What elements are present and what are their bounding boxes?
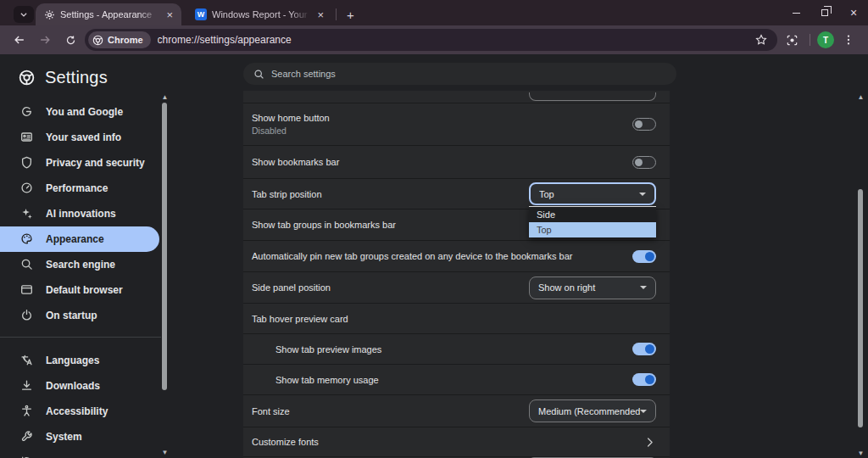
- scroll-up-icon[interactable]: ▲: [857, 93, 865, 101]
- sidebar-item-system[interactable]: System: [0, 424, 159, 450]
- row-clipped: [243, 91, 670, 103]
- tab-windows-report[interactable]: W Windows Report - Your go-to s ×: [186, 3, 332, 25]
- sidebar-item-accessibility[interactable]: Accessibility: [0, 399, 159, 424]
- content-scrollbar[interactable]: ▲ ▼: [857, 54, 865, 458]
- minimize-button[interactable]: [782, 0, 810, 25]
- titlebar: Settings - Appearance × W Windows Report…: [0, 0, 868, 25]
- sidebar-item-you-and-google[interactable]: You and Google: [0, 99, 159, 125]
- sidebar-item-label: Downloads: [46, 380, 100, 392]
- chrome-logo-icon: [92, 35, 103, 46]
- reload-button[interactable]: [59, 29, 81, 51]
- browser-toolbar: Chrome chrome://settings/appearance T: [0, 25, 868, 54]
- toggle-show-tab-preview-images[interactable]: [632, 343, 656, 355]
- chevron-down-icon: [19, 10, 28, 19]
- scrollbar-thumb[interactable]: [858, 189, 863, 427]
- scroll-up-icon[interactable]: ▲: [161, 93, 169, 101]
- row-font-size: Font sizeMedium (Recommended): [243, 394, 670, 427]
- select-value: Show on right: [538, 282, 640, 293]
- sidebar-item-your-saved-info[interactable]: Your saved info: [0, 125, 159, 150]
- close-icon: ×: [850, 7, 857, 19]
- settings-page: Settings You and GoogleYour saved infoPr…: [0, 54, 868, 458]
- restore-button[interactable]: [810, 0, 839, 25]
- sidebar-item-ai-innovations[interactable]: AI innovations: [0, 201, 159, 226]
- toggle-show-tab-memory-usage[interactable]: [632, 373, 656, 386]
- row-label: Show tab memory usage: [275, 375, 624, 385]
- sidebar-header: Settings: [0, 54, 161, 99]
- bookmark-button[interactable]: [754, 29, 769, 51]
- sidebar-item-on-startup[interactable]: On startup: [0, 303, 159, 328]
- sidebar-item-label: Appearance: [46, 233, 104, 245]
- scroll-down-icon[interactable]: ▼: [857, 450, 865, 457]
- toggle-show-home-button[interactable]: [632, 118, 656, 131]
- site-chip[interactable]: Chrome: [88, 31, 151, 48]
- sidebar-item-default-browser[interactable]: Default browser: [0, 277, 159, 303]
- sidebar-item-privacy-and-security[interactable]: Privacy and security: [0, 150, 159, 176]
- sidebar-item-label: System: [46, 431, 82, 443]
- page-title: Settings: [45, 68, 108, 87]
- lens-button[interactable]: [781, 29, 803, 51]
- caret-down-icon: [639, 193, 646, 196]
- row-label: Customize fonts: [252, 437, 635, 447]
- settings-sidebar: Settings You and GoogleYour saved infoPr…: [0, 54, 161, 458]
- tab-close-icon[interactable]: ×: [315, 9, 326, 20]
- scroll-down-icon[interactable]: ▼: [161, 449, 169, 456]
- new-tab-button[interactable]: +: [342, 8, 359, 22]
- browser-menu-button[interactable]: [837, 29, 860, 51]
- row-label: Tab hover preview card: [252, 314, 648, 324]
- row-show-tab-memory-usage: Show tab memory usage: [243, 364, 670, 394]
- dropdown-option-top[interactable]: Top: [529, 222, 656, 237]
- star-icon: [755, 34, 767, 46]
- sidebar-item-performance[interactable]: Performance: [0, 176, 159, 201]
- row-label: Automatically pin new tab groups created…: [252, 251, 624, 261]
- row-customize-fonts[interactable]: Customize fonts: [243, 427, 670, 456]
- row-label: Font size: [252, 406, 520, 416]
- window-controls: ×: [782, 0, 868, 25]
- select-font-size[interactable]: Medium (Recommended): [529, 399, 656, 422]
- clipped-dropdown: [529, 92, 656, 101]
- select-side-panel-position[interactable]: Show on right: [529, 276, 656, 299]
- settings-main: Search settings Show home buttonDisabled…: [169, 54, 868, 458]
- toggle-automatically-pin-new-tab-groups-created-on-any-device-to-the-bookmarks-bar[interactable]: [632, 250, 656, 263]
- sidebar-item-label: Privacy and security: [46, 157, 145, 169]
- tab-search-button[interactable]: [14, 6, 34, 23]
- sidebar-item-label: Languages: [46, 355, 99, 366]
- sidebar-item-appearance[interactable]: Appearance: [0, 226, 159, 252]
- tab-close-icon[interactable]: ×: [164, 9, 175, 20]
- restore-icon: [821, 9, 828, 16]
- address-bar[interactable]: Chrome chrome://settings/appearance: [85, 29, 777, 51]
- palette-icon: [20, 232, 34, 246]
- open-dropdown-list: SideTop: [529, 206, 656, 237]
- close-button[interactable]: ×: [839, 0, 868, 25]
- search-icon: [253, 69, 264, 80]
- profile-avatar[interactable]: T: [817, 31, 834, 48]
- sidebar-item-label: On startup: [46, 310, 97, 321]
- sidebar-item-label: AI innovations: [46, 208, 116, 220]
- back-button[interactable]: [8, 29, 31, 51]
- row-label: Side panel position: [252, 282, 520, 293]
- appearance-settings-list: Show home buttonDisabledShow bookmarks b…: [243, 91, 670, 458]
- sidebar-item-downloads[interactable]: Downloads: [0, 373, 159, 399]
- tab-settings-appearance[interactable]: Settings - Appearance ×: [36, 3, 181, 25]
- sidebar-item-reset-settings[interactable]: Reset settings: [0, 450, 159, 458]
- tabstrip-separator: [336, 8, 337, 20]
- row-side-panel-position: Side panel positionShow on right: [243, 271, 670, 303]
- sidebar-scrollbar[interactable]: ▲ ▼: [161, 54, 169, 458]
- magnifier-icon: [20, 258, 34, 271]
- wrench-icon: [20, 430, 34, 444]
- gear-icon: [44, 9, 55, 20]
- search-placeholder: Search settings: [271, 69, 336, 79]
- sidebar-item-languages[interactable]: Languages: [0, 348, 159, 373]
- minimize-icon: [793, 13, 800, 14]
- search-settings-input[interactable]: Search settings: [243, 63, 676, 85]
- dropdown-option-side[interactable]: Side: [529, 207, 656, 222]
- row-sublabel: Disabled: [252, 126, 624, 136]
- sidebar-item-label: Accessibility: [46, 405, 108, 417]
- sidebar-divider: [0, 337, 161, 338]
- scrollbar-thumb[interactable]: [162, 103, 167, 390]
- sidebar-item-label: Search engine: [46, 259, 115, 271]
- select-tab-strip-position[interactable]: Top: [529, 182, 656, 205]
- toggle-knob: [635, 159, 643, 166]
- sidebar-item-search-engine[interactable]: Search engine: [0, 252, 159, 277]
- toggle-show-bookmarks-bar[interactable]: [632, 156, 656, 169]
- forward-button[interactable]: [34, 29, 56, 51]
